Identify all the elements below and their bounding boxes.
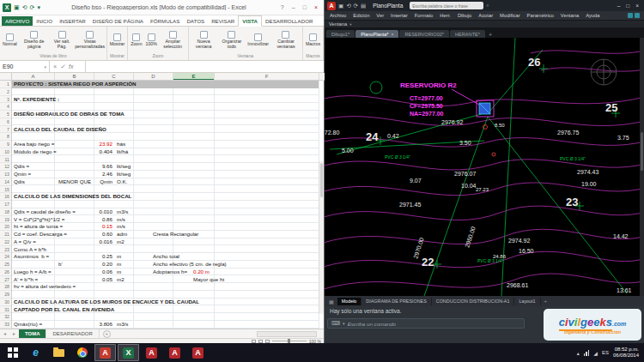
ribbon-button-organizar-todo[interactable]: Organizar todo	[220, 31, 245, 49]
command-options-icon[interactable]: ▾	[343, 321, 345, 326]
row-number-26[interactable]: 26	[0, 268, 11, 276]
page-layout-view-icon[interactable]	[258, 340, 263, 343]
ribbon-button-diseno-de-pagina[interactable]: Diseño de página	[21, 31, 48, 49]
column-header-e[interactable]: E	[173, 73, 215, 80]
row-number-16[interactable]: 16	[0, 193, 11, 201]
taskbar-pdf-1-button[interactable]: A	[141, 344, 162, 361]
scrollbar-thumb[interactable]	[320, 163, 323, 197]
zoom-slider[interactable]	[272, 341, 307, 341]
minimize-button[interactable]: –	[615, 3, 623, 9]
sheet-tab-desarenador[interactable]: DESARENADOR	[46, 329, 99, 338]
undo-icon[interactable]: ⟲	[22, 4, 27, 11]
row-number-4[interactable]: 4	[0, 103, 11, 111]
row-number-14[interactable]: 14	[0, 178, 11, 186]
ribbon-button-100[interactable]: 100%	[146, 33, 157, 47]
ribbon-button-vistas-personalizadas[interactable]: Vistas personalizadas	[76, 31, 104, 49]
page-break-view-icon[interactable]	[265, 340, 270, 343]
row-number-28[interactable]: 28	[0, 283, 11, 291]
row-number-13[interactable]: 13	[0, 171, 11, 178]
show-hidden-icons-icon[interactable]: ▴	[577, 350, 580, 356]
menu-modificar[interactable]: Modificar	[496, 13, 524, 18]
vertical-scrollbar[interactable]	[319, 161, 324, 314]
layout-tab-conduccion-distribucion-a1[interactable]: CONDUCCION DISTRIBUCION-A1	[432, 298, 515, 305]
column-header-b[interactable]: B	[55, 73, 94, 80]
ribbon-tab-inicio[interactable]: INICIO	[33, 16, 56, 26]
spreadsheet-grid[interactable]: 1234567891011121314151617181920212223242…	[0, 81, 324, 329]
taskbar-start-button[interactable]	[2, 344, 23, 361]
column-header-a[interactable]: A	[12, 73, 55, 80]
row-number-2[interactable]: 2	[0, 88, 11, 96]
column-header-f[interactable]: F	[215, 73, 319, 80]
undo-icon[interactable]: ⟲	[346, 3, 350, 9]
model-space-canvas[interactable]: 2625242322RESERVORIO R2CT=2977.00CF=2975…	[325, 38, 644, 296]
row-number-24[interactable]: 24	[0, 253, 11, 261]
menu-herr[interactable]: Herr.	[436, 13, 454, 18]
search-icon[interactable]: ⌕	[486, 3, 489, 9]
ribbon-button-nueva-ventana[interactable]: Nueva ventana	[191, 31, 216, 49]
row-number-18[interactable]: 18	[0, 208, 11, 216]
menu-acotar[interactable]: Acotar	[475, 13, 496, 18]
row-number-6[interactable]: 6	[0, 118, 11, 126]
horizontal-scrollbar[interactable]	[257, 331, 317, 337]
formula-input[interactable]	[86, 61, 324, 72]
column-header-d[interactable]: D	[134, 73, 173, 80]
menu-formato[interactable]: Formato	[411, 13, 437, 18]
row-number-9[interactable]: 9	[0, 141, 11, 148]
insert-function-icon[interactable]: fx	[69, 63, 73, 69]
row-number-27[interactable]: 27	[0, 276, 11, 284]
menu-ver[interactable]: Ver	[373, 13, 387, 18]
row-number-1[interactable]: 1	[0, 81, 11, 88]
taskbar-internet-explorer-button[interactable]: e	[25, 344, 46, 361]
command-input[interactable]: ⌨ ▾ Escriba un comando	[327, 318, 525, 329]
row-number-7[interactable]: 7	[0, 126, 11, 134]
ribbon-tab-diseno-de-pagina[interactable]: DISEÑO DE PÁGINA	[89, 16, 147, 26]
redo-icon[interactable]: ⟳	[354, 3, 358, 9]
help-button[interactable]: ?	[277, 3, 288, 11]
menu-edicion[interactable]: Edición	[349, 13, 373, 18]
close-tab-icon[interactable]: ×	[392, 32, 394, 37]
file-tab-herante[interactable]: HERANTE*	[450, 30, 485, 38]
ribbon-button-zoom[interactable]: Zoom	[131, 33, 142, 47]
ribbon-tab-vista[interactable]: VISTA	[238, 15, 262, 27]
ribbon-button-mostrar[interactable]: Mostrar	[110, 33, 125, 47]
file-tab-planoplanta[interactable]: PlanoPlanta*×	[355, 30, 398, 38]
canvas-scrollbar[interactable]	[640, 38, 644, 296]
row-number-22[interactable]: 22	[0, 238, 11, 246]
row-number-10[interactable]: 10	[0, 148, 11, 156]
restore-button[interactable]: □	[623, 3, 632, 9]
ribbon-button-inmovilizar[interactable]: Inmovilizar	[247, 33, 269, 47]
row-number-20[interactable]: 20	[0, 223, 11, 231]
menu-ayuda[interactable]: Ayuda	[582, 13, 603, 18]
layout-grid-icon[interactable]: ▦	[326, 299, 337, 305]
ribbon-tab-insertar[interactable]: INSERTAR	[56, 16, 89, 26]
ribbon-button-macros[interactable]: Macros	[306, 33, 320, 47]
language-indicator[interactable]: ES	[602, 350, 609, 355]
help-icon[interactable]	[635, 13, 640, 18]
ribbon-tab-datos[interactable]: DATOS	[183, 16, 208, 26]
ribbon-button-cambiar-ventanas[interactable]: Cambiar ventanas	[272, 31, 300, 49]
chevron-down-icon[interactable]: ▾	[349, 22, 351, 27]
redo-icon[interactable]: ⟳	[30, 4, 35, 11]
taskbar-pdf-2-button[interactable]: A	[164, 344, 185, 361]
row-number-32[interactable]: 32	[0, 313, 11, 321]
add-layout-icon[interactable]: +	[542, 299, 550, 304]
ribbon-button-ver-salt-pag[interactable]: Ver salt. Pág.	[52, 31, 73, 49]
menu-parametrico[interactable]: Paramétrico	[524, 13, 557, 18]
save-icon[interactable]: ▣	[14, 4, 20, 11]
minimize-button[interactable]: –	[289, 3, 299, 11]
row-number-33[interactable]: 33	[0, 321, 11, 329]
ribbon-tab-desarrollador[interactable]: DESARROLLADOR	[262, 16, 316, 26]
autocad-logo-icon[interactable]: A	[327, 2, 336, 10]
name-box[interactable]: E90 ▾	[0, 61, 50, 72]
ribbon-button-normal[interactable]: Normal	[3, 33, 17, 47]
ribbon-button-ampliar-seleccion[interactable]: Ampliar selección	[161, 31, 185, 49]
row-number-31[interactable]: 31	[0, 306, 11, 314]
layout-tab-modelo[interactable]: Modelo	[337, 298, 362, 305]
taskbar-autocad-button[interactable]: A	[94, 344, 116, 361]
layout-tab-diagrama-de-presiones[interactable]: DIAGRAMA DE PRESIONES	[361, 298, 431, 305]
row-number-23[interactable]: 23	[0, 246, 11, 254]
row-number-17[interactable]: 17	[0, 201, 11, 208]
row-number-30[interactable]: 30	[0, 299, 11, 306]
menu-archivo[interactable]: Archivo	[326, 13, 349, 18]
taskbar-chrome-button[interactable]	[71, 344, 93, 361]
